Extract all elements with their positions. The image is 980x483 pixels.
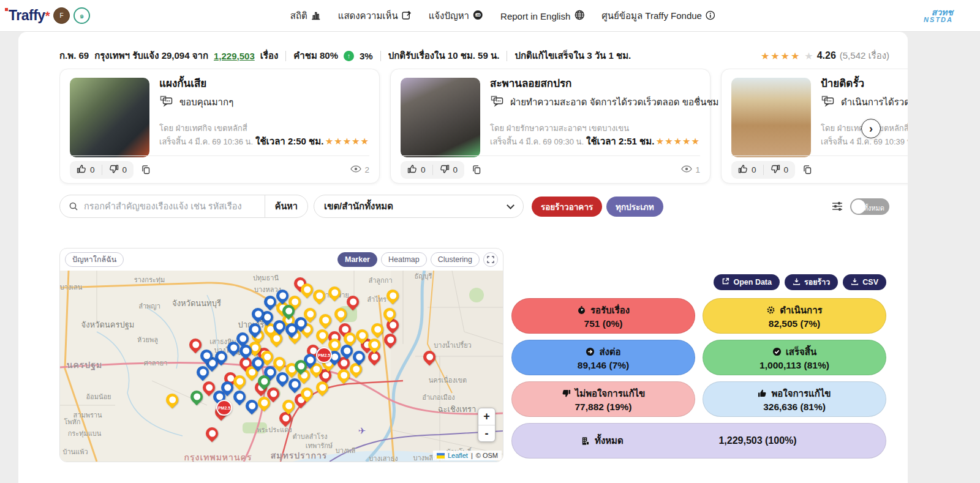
map-pin-marker[interactable] [276, 372, 288, 384]
map-viewport[interactable]: บางเลนรางกระทุ่มปทุมธานีบางหลวงลาดสวายลำ… [60, 271, 503, 462]
map-pin-marker[interactable] [233, 391, 246, 403]
map-pin-marker[interactable] [258, 375, 270, 388]
map-pin-marker[interactable] [190, 391, 203, 403]
map-pin-marker[interactable] [249, 323, 261, 335]
like-button[interactable]: 0 [70, 161, 102, 179]
map-pin-marker[interactable] [221, 381, 233, 394]
map-pin-marker[interactable] [384, 334, 396, 346]
map-pin-marker[interactable] [344, 332, 356, 345]
map-pin-marker[interactable] [197, 366, 209, 378]
status-pill-1[interactable]: ดำเนินการ82,505 (7%) [703, 298, 886, 334]
map-pin-marker[interactable] [328, 286, 341, 299]
zoom-out-button[interactable]: - [478, 425, 495, 441]
map-pin-marker[interactable] [200, 350, 213, 362]
map-pin-marker[interactable] [347, 296, 359, 308]
map-pin-marker[interactable] [206, 427, 218, 440]
filter-sliders-icon[interactable] [831, 200, 844, 215]
all-types-button[interactable]: ทุกประเภท [606, 197, 663, 217]
like-button[interactable]: 0 [731, 161, 763, 179]
status-pill-4[interactable]: ไม่พอใจการแก้ไข77,882 (19%) [511, 381, 695, 417]
pm25-marker[interactable]: PM2.5 [216, 400, 232, 416]
zoom-in-button[interactable]: + [478, 408, 495, 425]
search-button[interactable]: ค้นหา [265, 195, 307, 217]
map-pin-marker[interactable] [350, 363, 362, 375]
search-box[interactable]: ค้นหา [59, 195, 308, 218]
map-pin-marker[interactable] [368, 339, 380, 351]
map-mode-clustering[interactable]: Clustering [431, 252, 480, 267]
nav-item-4[interactable]: ศูนย์ข้อมูล Traffy Fondue [601, 9, 715, 23]
dislike-button[interactable]: 0 [102, 161, 134, 179]
dislike-button[interactable]: 0 [764, 161, 796, 179]
map-pin-marker[interactable] [276, 290, 288, 302]
map-mode-marker[interactable]: Marker [337, 252, 377, 267]
map-pin-marker[interactable] [341, 345, 353, 357]
report-card-1[interactable]: สะพานลอยสกปรกฝ่ายทำความสะอาด จัดการได้รว… [390, 69, 710, 184]
map-pin-marker[interactable] [319, 314, 331, 326]
nearby-problems-button[interactable]: ปัญหาใกล้ฉัน [65, 252, 124, 267]
map-pin-marker[interactable] [282, 400, 295, 412]
map-mode-heatmap[interactable]: Heatmap [381, 252, 427, 267]
status-pill-5[interactable]: พอใจการแก้ไข326,636 (81%) [703, 381, 886, 417]
map-pin-marker[interactable] [301, 283, 313, 296]
carousel-next-button[interactable]: › [861, 119, 881, 138]
map-pin-marker[interactable] [328, 339, 341, 351]
status-pill-total[interactable]: ทั้งหมด 1,229,503 (100%) [511, 423, 886, 459]
map-pin-marker[interactable] [386, 290, 399, 302]
map-pin-marker[interactable] [273, 320, 285, 332]
map-pin-marker[interactable] [227, 342, 239, 354]
nstda-logo[interactable]: สวทช NSTDA [924, 8, 953, 23]
map-pin-marker[interactable] [316, 381, 328, 394]
map-pin-marker[interactable] [282, 305, 295, 317]
map-pin-marker[interactable] [252, 308, 264, 320]
map-pin-marker[interactable] [316, 329, 328, 342]
building-crack-button[interactable]: รอยร้าวอาคาร [532, 197, 602, 217]
pm25-marker[interactable]: PM2.5 [316, 347, 332, 363]
map-pin-marker[interactable] [295, 360, 307, 372]
copy-button[interactable] [141, 165, 151, 174]
nav-item-2[interactable]: แจ้งปัญหาLINE [429, 9, 483, 23]
map-pin-marker[interactable] [301, 388, 313, 400]
status-pill-2[interactable]: ส่งต่อ89,146 (7%) [511, 340, 695, 375]
all-toggle[interactable]: ทั้งหมด [850, 198, 889, 215]
total-reports-link[interactable]: 1,229,503 [214, 51, 255, 61]
report-card-0[interactable]: แผงกั้นเสียขอบคุณมากๆโดย ฝ่ายเทศกิจ เขตห… [59, 69, 380, 184]
dislike-button[interactable]: 0 [433, 161, 465, 179]
map-pin-marker[interactable] [189, 339, 202, 351]
csv-download-button[interactable]: CSV [843, 274, 886, 290]
copy-button[interactable] [472, 165, 481, 174]
fullscreen-button[interactable] [483, 252, 498, 267]
copy-button[interactable] [802, 165, 812, 174]
crack-download-button[interactable]: รอยร้าว [785, 274, 838, 290]
open-data-button[interactable]: Open Data [714, 274, 780, 290]
map-pin-marker[interactable] [270, 332, 282, 345]
search-input[interactable] [84, 201, 265, 211]
status-pill-3[interactable]: เสร็จสิ้น1,000,113 (81%) [703, 340, 886, 375]
map-pin-marker[interactable] [252, 357, 264, 369]
map-pin-marker[interactable] [337, 369, 350, 381]
map-pin-marker[interactable] [264, 296, 276, 308]
map-pin-marker[interactable] [353, 351, 365, 363]
leaflet-link[interactable]: Leaflet [448, 452, 468, 459]
osm-link[interactable]: © OSM [476, 452, 498, 459]
map-pin-marker[interactable] [334, 308, 347, 320]
status-pill-0[interactable]: รอรับเรื่อง751 (0%) [511, 298, 695, 334]
like-button[interactable]: 0 [401, 161, 432, 179]
map-pin-marker[interactable] [233, 375, 246, 388]
map-pin-marker[interactable] [356, 329, 368, 342]
map-pin-marker[interactable] [295, 317, 307, 329]
map-pin-marker[interactable] [246, 400, 258, 412]
map-pin-marker[interactable] [371, 323, 383, 335]
district-dropdown[interactable]: เขต/สำนักทั้งหมด [314, 195, 524, 218]
map-pin-marker[interactable] [166, 394, 178, 406]
map-pin-marker[interactable] [258, 397, 270, 409]
nav-item-0[interactable]: สถิติ [290, 9, 321, 23]
map-pin-marker[interactable] [383, 308, 396, 320]
map-pin-marker[interactable] [423, 351, 435, 363]
map-pin-marker[interactable] [313, 290, 325, 302]
map-pin-marker[interactable] [288, 378, 301, 391]
traffy-logo[interactable]: Traffy* F ๑ [9, 7, 90, 24]
nav-item-3[interactable]: Report in English [500, 10, 584, 22]
map-pin-marker[interactable] [279, 412, 292, 424]
map-pin-marker[interactable] [239, 345, 252, 357]
nav-item-1[interactable]: แสดงความเห็น [338, 9, 412, 23]
